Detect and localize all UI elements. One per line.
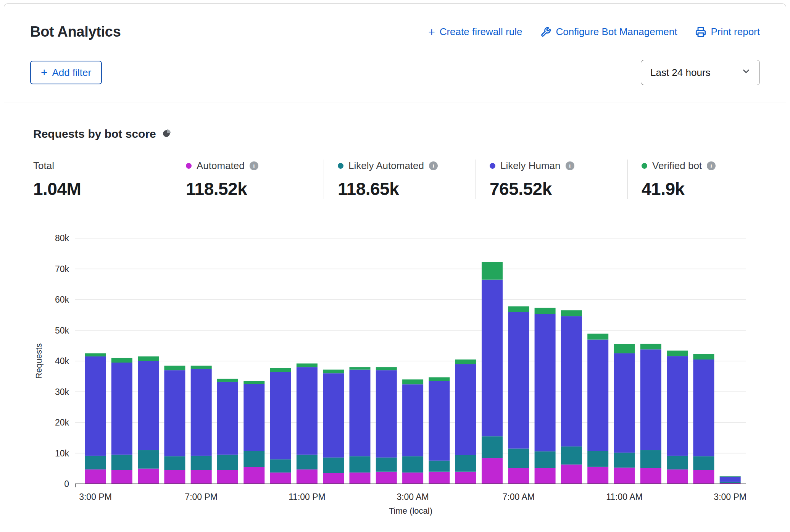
svg-text:30k: 30k <box>55 387 69 397</box>
info-icon[interactable]: i <box>250 161 258 170</box>
svg-text:3:00 AM: 3:00 AM <box>397 492 429 502</box>
svg-text:70k: 70k <box>55 264 69 274</box>
svg-text:Time (local): Time (local) <box>389 506 432 516</box>
stat-automated-label: Automated <box>197 160 245 172</box>
svg-text:7:00 AM: 7:00 AM <box>503 492 535 502</box>
time-range-value: Last 24 hours <box>650 67 711 79</box>
header-actions: + Create firewall rule Configure Bot Man… <box>428 26 760 38</box>
page-header: Bot Analytics + Create firewall rule Con… <box>4 4 786 103</box>
info-icon[interactable]: i <box>566 161 574 170</box>
likely-human-legend-dot <box>490 163 495 169</box>
chevron-down-icon <box>741 66 751 79</box>
stat-likely-human-label: Likely Human <box>500 160 561 172</box>
stat-likely-automated-value: 118.65k <box>338 179 476 199</box>
print-report-link[interactable]: Print report <box>695 26 760 38</box>
add-filter-label: Add filter <box>52 67 92 79</box>
wrench-icon <box>540 27 551 37</box>
stat-likely-automated-label: Likely Automated <box>348 160 424 172</box>
stat-automated-value: 118.52k <box>186 179 324 199</box>
stat-automated: Automated i 118.52k <box>172 160 324 199</box>
likely-automated-legend-dot <box>338 163 343 169</box>
stat-likely-automated: Likely Automated i 118.65k <box>324 160 476 199</box>
create-firewall-rule-link[interactable]: + Create firewall rule <box>428 26 522 38</box>
stat-total-label: Total <box>33 160 54 172</box>
plus-icon: + <box>428 26 435 38</box>
page-title: Bot Analytics <box>30 24 121 40</box>
svg-text:11:00 AM: 11:00 AM <box>606 492 642 502</box>
svg-text:80k: 80k <box>55 233 69 243</box>
verified-bot-legend-dot <box>642 163 647 169</box>
svg-text:10k: 10k <box>55 448 69 458</box>
section-title: Requests by bot score <box>33 127 156 140</box>
svg-text:50k: 50k <box>55 326 69 335</box>
create-firewall-rule-label: Create firewall rule <box>440 26 522 38</box>
svg-text:7:00 PM: 7:00 PM <box>185 492 218 502</box>
stat-verified-bot-value: 41.9k <box>642 179 757 199</box>
stats-row: Total 1.04M Automated i 118.52k Likely A… <box>4 160 786 199</box>
printer-icon <box>695 27 706 37</box>
print-report-label: Print report <box>711 26 760 38</box>
requests-section: Requests by bot score Total 1.04M Automa… <box>4 103 786 518</box>
automated-legend-dot <box>186 163 192 169</box>
svg-text:11:00 PM: 11:00 PM <box>289 492 326 502</box>
configure-bot-management-label: Configure Bot Management <box>556 26 677 38</box>
pie-chart-icon <box>162 129 171 139</box>
stat-likely-human-value: 765.52k <box>490 179 627 199</box>
add-filter-button[interactable]: + Add filter <box>30 61 102 84</box>
time-range-select[interactable]: Last 24 hours <box>641 60 760 85</box>
info-icon[interactable]: i <box>707 161 716 170</box>
svg-text:20k: 20k <box>55 418 69 427</box>
stat-total: Total 1.04M <box>33 160 172 199</box>
svg-text:40k: 40k <box>55 356 69 366</box>
stat-likely-human: Likely Human i 765.52k <box>476 160 627 199</box>
svg-text:60k: 60k <box>55 295 69 305</box>
svg-text:3:00 PM: 3:00 PM <box>79 492 112 502</box>
info-icon[interactable]: i <box>429 161 438 170</box>
plus-icon: + <box>41 67 48 78</box>
svg-text:3:00 PM: 3:00 PM <box>714 492 746 502</box>
configure-bot-management-link[interactable]: Configure Bot Management <box>540 26 677 38</box>
stat-total-value: 1.04M <box>33 179 172 199</box>
stat-verified-bot: Verified bot i 41.9k <box>627 160 757 199</box>
svg-text:Requests: Requests <box>34 343 44 379</box>
stat-verified-bot-label: Verified bot <box>652 160 702 172</box>
svg-text:0: 0 <box>64 479 69 489</box>
requests-stacked-bar-chart: 010k20k30k40k50k60k70k80k3:00 PM7:00 PM1… <box>4 228 787 518</box>
bot-analytics-page: Bot Analytics + Create firewall rule Con… <box>4 3 786 532</box>
